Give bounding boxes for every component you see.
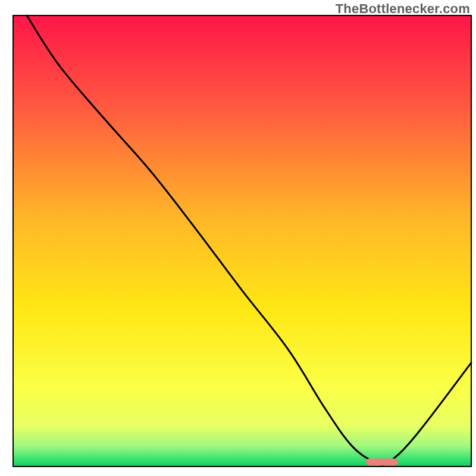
- bottleneck-chart: [0, 0, 476, 476]
- chart-container: TheBottlenecker.com: [0, 0, 476, 476]
- plot-background: [13, 15, 471, 466]
- optimal-marker: [366, 458, 398, 465]
